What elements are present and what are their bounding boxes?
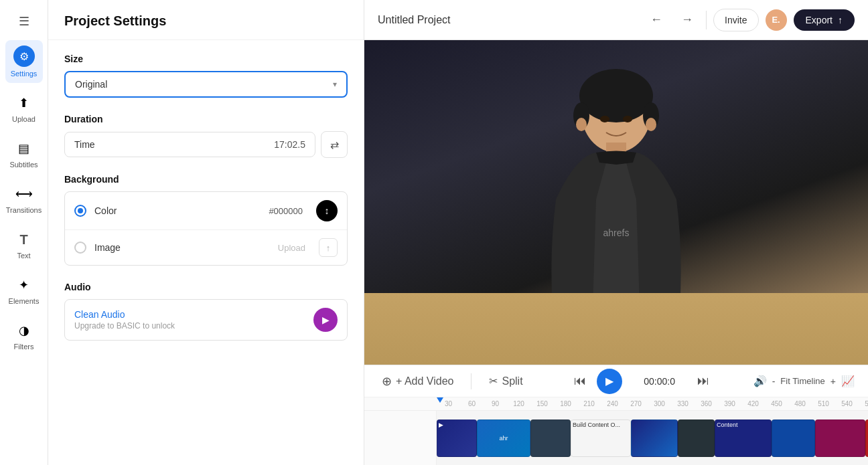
clip-10[interactable] <box>865 420 868 457</box>
elements-icon: ✦ <box>15 276 33 294</box>
color-hex-value: #000000 <box>269 206 303 216</box>
fit-timeline-label: Fit Timeline <box>780 376 824 386</box>
timeline-ruler: 30 60 90 120 150 180 210 240 270 300 330… <box>364 397 868 411</box>
ruler-mark: 180 <box>554 400 577 407</box>
zoom-minus[interactable]: - <box>772 376 776 387</box>
ruler-mark: 210 <box>577 400 601 407</box>
clip-6[interactable] <box>678 420 715 457</box>
scissors-icon: ✂ <box>489 375 498 387</box>
clip-2[interactable]: ahr <box>477 420 530 457</box>
svg-point-1 <box>579 69 653 122</box>
timeline-right-controls: 🔊 - Fit Timeline + 📈 <box>753 375 855 387</box>
split-label: Split <box>502 375 522 387</box>
panel-content: Size Original ▾ Duration Time 17:02.5 ⇄ … <box>48 40 364 354</box>
background-options: Color #000000 ↕ Image Upload ↑ <box>64 191 348 266</box>
clip-9[interactable] <box>815 420 865 457</box>
size-value: Original <box>75 79 107 90</box>
zoom-plus[interactable]: + <box>830 376 836 387</box>
ruler-mark: 150 <box>530 400 554 407</box>
audio-subtitle: Upgrade to BASIC to unlock <box>74 321 175 331</box>
sidebar-item-settings[interactable]: ⚙ Settings <box>5 40 43 83</box>
sidebar-item-label-subtitles: Subtitles <box>9 161 38 169</box>
audio-label: Audio <box>64 282 348 292</box>
ruler-mark: 120 <box>507 400 530 407</box>
video-preview: ahrefs <box>364 40 868 365</box>
color-radio[interactable] <box>74 205 86 217</box>
desk-surface <box>364 293 868 365</box>
sidebar-item-text[interactable]: T Text <box>5 225 43 265</box>
avatar: E. <box>766 9 787 31</box>
video-thumbnail: ahrefs <box>364 40 868 365</box>
duration-swap-button[interactable]: ⇄ <box>321 131 348 158</box>
sidebar-item-subtitles[interactable]: ▤ Subtitles <box>5 134 43 174</box>
menu-toggle[interactable]: ☰ <box>0 8 48 35</box>
size-dropdown[interactable]: Original ▾ <box>64 71 348 98</box>
forward-button[interactable]: ⏭ <box>697 374 709 388</box>
topbar-divider <box>706 11 707 29</box>
size-label: Size <box>64 54 348 64</box>
clip-1[interactable]: ▶ <box>437 420 477 457</box>
redo-button[interactable]: → <box>675 8 699 32</box>
main-content: Untitled Project ← → Invite E. Export ↑ <box>364 0 868 465</box>
audio-play-button[interactable]: ▶ <box>313 308 338 332</box>
split-button[interactable]: ✂ Split <box>482 371 529 391</box>
bg-color-option[interactable]: Color #000000 ↕ <box>65 192 347 229</box>
image-option-label: Image <box>94 242 270 253</box>
sidebar: ☰ ⚙ Settings ⬆ Upload ▤ Subtitles ⟷ Tran… <box>0 0 48 465</box>
color-picker-icon: ↕ <box>325 205 330 216</box>
svg-point-6 <box>600 116 609 122</box>
sidebar-item-filters[interactable]: ◑ Filters <box>5 316 43 356</box>
ruler-mark: 570 <box>859 400 868 407</box>
person-figure: ahrefs <box>516 66 717 306</box>
sidebar-item-transitions[interactable]: ⟷ Transitions <box>5 179 43 219</box>
clip-7[interactable]: Content <box>715 420 772 457</box>
bg-image-option[interactable]: Image Upload ↑ <box>65 229 347 265</box>
image-radio[interactable] <box>74 242 86 254</box>
time-value: 17:02.5 <box>274 139 305 150</box>
playback-center: ⏮ ▶ 00:00:0 ⏭ <box>540 369 743 394</box>
chevron-down-icon: ▾ <box>333 80 337 89</box>
rewind-button[interactable]: ⏮ <box>574 374 586 388</box>
clip-5[interactable] <box>631 420 678 457</box>
menu-icon: ☰ <box>19 14 29 29</box>
upload-icon-button[interactable]: ↑ <box>319 238 338 257</box>
audio-info: Clean Audio Upgrade to BASIC to unlock <box>74 309 175 331</box>
waveform-button[interactable]: 📈 <box>841 375 855 387</box>
ruler-mark: 450 <box>765 400 788 407</box>
track-sidebar <box>364 411 437 465</box>
sidebar-item-label-upload: Upload <box>12 115 35 123</box>
play-button[interactable]: ▶ <box>597 369 622 394</box>
sidebar-item-elements[interactable]: ✦ Elements <box>5 270 43 310</box>
timecode-display: 00:00:0 <box>633 376 686 387</box>
ruler-mark: 390 <box>718 400 741 407</box>
time-label: Time <box>74 139 95 150</box>
background-section: Background Color #000000 ↕ Image Upload … <box>64 174 348 266</box>
audio-section: Audio Clean Audio Upgrade to BASIC to un… <box>64 282 348 341</box>
export-icon: ↑ <box>838 15 843 25</box>
timeline-controls: ⊕ + Add Video ✂ Split ⏮ ▶ 00:00:0 ⏭ 🔊 - … <box>364 365 868 397</box>
clip-4[interactable]: Build Content O... <box>571 420 631 457</box>
track-content[interactable]: ▶ ahr Build Content O... Content <box>437 411 868 465</box>
timeline-tracks: ▶ ahr Build Content O... Content <box>364 411 868 465</box>
add-video-button[interactable]: ⊕ + Add Video <box>375 370 460 393</box>
svg-text:ahrefs: ahrefs <box>603 227 630 238</box>
sidebar-item-upload[interactable]: ⬆ Upload <box>5 88 43 128</box>
svg-point-9 <box>646 118 656 131</box>
sidebar-item-label-elements: Elements <box>9 297 40 305</box>
text-icon: T <box>15 230 33 249</box>
sidebar-item-label-filters: Filters <box>14 343 34 351</box>
transitions-icon: ⟷ <box>15 185 33 203</box>
filters-icon: ◑ <box>15 321 33 340</box>
ruler-mark: 510 <box>812 400 835 407</box>
clip-3[interactable] <box>530 420 571 457</box>
export-button[interactable]: Export ↑ <box>794 9 855 31</box>
volume-button[interactable]: 🔊 <box>753 375 767 387</box>
color-swatch-button[interactable]: ↕ <box>316 200 338 221</box>
ruler-mark: 420 <box>741 400 765 407</box>
clean-audio-title: Clean Audio <box>74 309 175 320</box>
clip-8[interactable] <box>772 420 815 457</box>
invite-button[interactable]: Invite <box>713 9 758 31</box>
background-label: Background <box>64 174 348 185</box>
color-option-label: Color <box>94 205 261 216</box>
undo-button[interactable]: ← <box>644 8 668 32</box>
